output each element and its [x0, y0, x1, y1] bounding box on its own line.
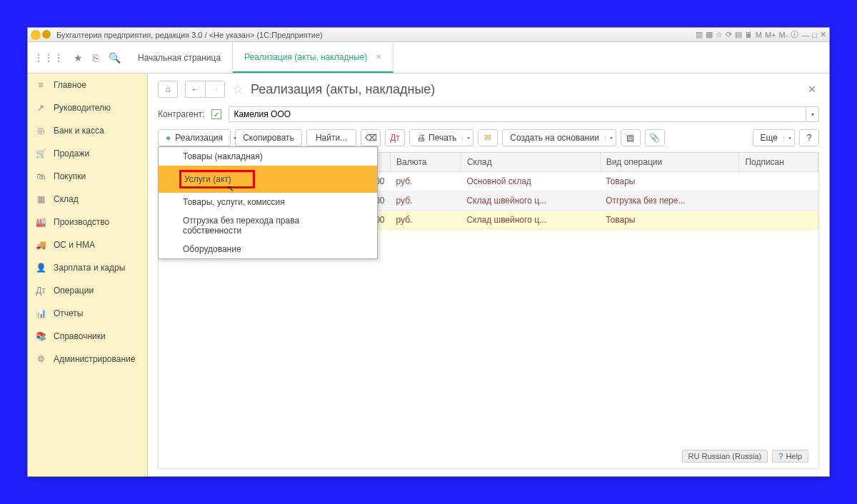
- filter-label: Контрагент:: [158, 109, 204, 119]
- dt-kt-button[interactable]: Дт: [385, 129, 405, 146]
- sidebar-item[interactable]: ≡Главное: [28, 74, 147, 96]
- main-toolbar: ⋮⋮⋮ ★ ⎘ 🔍 Начальная страница Реализация …: [28, 42, 829, 74]
- tb-icon[interactable]: ⟳: [726, 30, 732, 39]
- tb-icon[interactable]: ▥: [696, 30, 703, 39]
- col-header[interactable]: Вид операции: [600, 153, 739, 172]
- realize-button[interactable]: Реализация▾: [158, 129, 231, 146]
- col-header[interactable]: Склад: [461, 153, 600, 172]
- sidebar-icon: ⚙: [35, 354, 46, 364]
- tab-home[interactable]: Начальная страница: [126, 42, 233, 73]
- attachment-button[interactable]: 📎: [645, 129, 665, 146]
- edo-button[interactable]: ▤: [621, 129, 641, 146]
- help-button[interactable]: ?: [799, 129, 819, 146]
- copy-button[interactable]: Скопировать: [235, 129, 302, 146]
- sidebar: ≡Главное↗Руководителю◎Банк и касса🛒Прода…: [28, 74, 148, 476]
- back-button[interactable]: ←: [185, 81, 205, 98]
- tb-icon[interactable]: ▤: [735, 30, 742, 39]
- sidebar-label: ОС и НМА: [54, 240, 95, 250]
- create-based-button[interactable]: Создать на основании▾: [502, 129, 616, 146]
- tabs: Начальная страница Реализация (акты, нак…: [126, 42, 394, 73]
- sidebar-item[interactable]: 🚚ОС и НМА: [28, 233, 147, 256]
- minimize-button[interactable]: —: [801, 31, 809, 39]
- sidebar-item[interactable]: ◎Банк и касса: [28, 119, 147, 142]
- tab-close-icon[interactable]: ✕: [376, 53, 381, 61]
- realize-dropdown-menu: Товары (накладная) Услуги (акт) Товары, …: [158, 146, 378, 259]
- col-header[interactable]: Валюта: [391, 153, 461, 172]
- sidebar-item[interactable]: 📊Отчеты: [28, 302, 147, 325]
- app-icon-secondary: [42, 30, 51, 39]
- sidebar-icon: 🛒: [35, 148, 46, 158]
- sidebar-item[interactable]: ДтОперации: [28, 279, 147, 302]
- help-indicator[interactable]: ?Help: [772, 450, 808, 463]
- find-button[interactable]: Найти...: [306, 129, 356, 146]
- sidebar-item[interactable]: ▦Склад: [28, 188, 147, 211]
- sidebar-icon: 🛍: [35, 171, 46, 181]
- counterparty-dropdown-button[interactable]: ▾: [806, 106, 819, 122]
- counterparty-input[interactable]: [229, 106, 806, 122]
- apps-icon[interactable]: ⋮⋮⋮: [34, 52, 64, 64]
- sidebar-item[interactable]: ⚙Администрирование: [28, 348, 147, 371]
- maximize-button[interactable]: □: [812, 31, 817, 39]
- sidebar-item[interactable]: 🛍Покупки: [28, 165, 147, 188]
- sidebar-label: Продажи: [54, 148, 89, 158]
- tb-icon[interactable]: 🖩: [745, 31, 753, 39]
- sidebar-icon: 🏭: [35, 217, 46, 227]
- star-icon[interactable]: ★: [74, 52, 83, 64]
- lang-indicator[interactable]: RU Russian (Russia): [682, 450, 768, 463]
- page-title: Реализация (акты, накладные): [251, 82, 435, 97]
- dd-item-shipment[interactable]: Отгрузка без перехода права собственност…: [159, 211, 377, 240]
- sidebar-label: Главное: [54, 80, 86, 90]
- body: ≡Главное↗Руководителю◎Банк и касса🛒Прода…: [28, 74, 829, 476]
- email-button[interactable]: ✉: [478, 129, 498, 146]
- sidebar-item[interactable]: 📚Справочники: [28, 325, 147, 348]
- sidebar-label: Покупки: [54, 171, 86, 181]
- dd-item-equipment[interactable]: Оборудование: [159, 240, 377, 258]
- sidebar-label: Руководителю: [54, 103, 111, 113]
- m-plus-button[interactable]: M+: [765, 31, 776, 39]
- sidebar-item[interactable]: 🛒Продажи: [28, 142, 147, 165]
- sidebar-icon: 📊: [35, 308, 46, 318]
- more-button[interactable]: Еще▾: [753, 129, 795, 146]
- sidebar-label: Производство: [54, 217, 109, 227]
- app-icon-1c: [31, 30, 41, 40]
- sidebar-icon: Дт: [35, 286, 46, 296]
- history-icon[interactable]: ⎘: [93, 52, 99, 64]
- dd-item-commission[interactable]: Товары, услуги, комиссия: [159, 193, 377, 211]
- filter-checkbox[interactable]: ✓: [211, 109, 221, 119]
- sidebar-label: Склад: [54, 194, 79, 204]
- close-page-button[interactable]: ✕: [805, 81, 819, 98]
- sidebar-label: Банк и касса: [54, 126, 104, 136]
- window-title: Бухгалтерия предприятия, редакция 3.0 / …: [56, 31, 323, 39]
- content-header: ⌂ ← → ☆ Реализация (акты, накладные) ✕: [148, 74, 829, 102]
- print-button[interactable]: 🖨 Печать▾: [409, 129, 473, 146]
- m-button[interactable]: M: [756, 31, 762, 39]
- filter-row: Контрагент: ✓ ▾: [148, 102, 829, 126]
- sidebar-icon: 👤: [35, 263, 46, 273]
- sidebar-item[interactable]: ↗Руководителю: [28, 96, 147, 119]
- forward-button[interactable]: →: [205, 81, 225, 98]
- sidebar-item[interactable]: 🏭Производство: [28, 211, 147, 233]
- action-row: Реализация▾ Товары (накладная) Услуги (а…: [148, 126, 829, 149]
- dd-item-services[interactable]: Услуги (акт): [159, 166, 377, 193]
- app-icons: [31, 30, 51, 40]
- search-icon[interactable]: 🔍: [109, 52, 121, 64]
- sidebar-icon: ▦: [35, 194, 46, 204]
- info-icon[interactable]: ⓘ: [791, 29, 798, 40]
- tb-icon[interactable]: ☆: [716, 30, 723, 39]
- clear-filter-button[interactable]: ⌫: [361, 129, 381, 146]
- col-header[interactable]: Подписан: [739, 153, 818, 172]
- sidebar-item[interactable]: 👤Зарплата и кадры: [28, 256, 147, 279]
- sidebar-icon: ↗: [35, 103, 46, 113]
- counterparty-combo: ▾: [229, 106, 819, 122]
- tab-realisation[interactable]: Реализация (акты, накладные) ✕: [233, 42, 394, 73]
- titlebar-right: ▥ ▦ ☆ ⟳ ▤ 🖩 M M+ M- ⓘ — □ ✕: [696, 29, 826, 40]
- m-minus-button[interactable]: M-: [779, 31, 788, 39]
- home-button[interactable]: ⌂: [158, 81, 178, 98]
- content: ⌂ ← → ☆ Реализация (акты, накладные) ✕ К…: [148, 74, 829, 476]
- close-button[interactable]: ✕: [820, 30, 826, 39]
- dd-item-goods[interactable]: Товары (накладная): [159, 147, 377, 166]
- app-window: Бухгалтерия предприятия, редакция 3.0 / …: [27, 27, 830, 477]
- tb-icon[interactable]: ▦: [706, 30, 713, 39]
- favorite-star-icon[interactable]: ☆: [232, 81, 244, 97]
- sidebar-icon: 📚: [35, 331, 46, 341]
